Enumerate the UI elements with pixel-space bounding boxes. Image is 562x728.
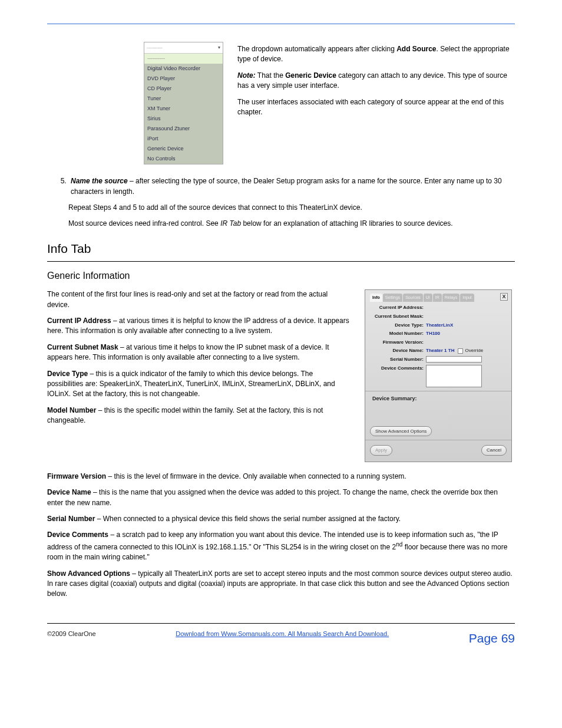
field-body: – this is the level of firmware in the d… bbox=[106, 472, 406, 480]
step-list: Name the source – after selecting the ty… bbox=[68, 176, 515, 197]
footer: ©2009 ClearOne Download from Www.Somanua… bbox=[47, 630, 515, 647]
show-advanced-button[interactable]: Show Advanced Options bbox=[370, 426, 432, 437]
override-label: Override bbox=[465, 347, 483, 354]
field-devtype: Device Type – this is a quick indicator … bbox=[47, 369, 350, 400]
ui-note: The user interfaces associated with each… bbox=[237, 97, 515, 118]
close-icon[interactable]: X bbox=[500, 293, 508, 301]
copyright: ©2009 ClearOne bbox=[47, 630, 96, 647]
field-body: – When connected to a physical device th… bbox=[95, 515, 401, 523]
section-rule bbox=[47, 261, 515, 262]
repeat-p2: Most source devices need infra-red contr… bbox=[68, 219, 515, 229]
serial-label: Serial Number: bbox=[370, 356, 426, 363]
tab-ir[interactable]: IR bbox=[433, 294, 442, 302]
dropdown-item[interactable]: Tuner bbox=[144, 94, 223, 104]
dropdown-item[interactable]: DVD Player bbox=[144, 74, 223, 84]
sup: nd bbox=[396, 541, 402, 548]
field-name: Device Name – this is the name that you … bbox=[47, 487, 515, 508]
devtype-value: TheaterLinX bbox=[426, 322, 453, 329]
info-tab-heading: Info Tab bbox=[47, 240, 515, 258]
dropdown-item[interactable]: CD Player bbox=[144, 84, 223, 94]
fw-label: Firmware Version: bbox=[370, 339, 426, 346]
dialog-tabs: Info Settings Sources UI IR Relays Input bbox=[370, 294, 507, 302]
devname-value: Theater 1 TH bbox=[426, 347, 454, 354]
field-label: Model Number bbox=[47, 406, 96, 414]
comments-input[interactable] bbox=[426, 365, 482, 387]
dropdown-item[interactable]: XM Tuner bbox=[144, 104, 223, 114]
tab-input[interactable]: Input bbox=[460, 294, 474, 302]
field-ip: Current IP Address – at various times it… bbox=[47, 316, 350, 337]
comments-label: Device Comments: bbox=[370, 365, 426, 372]
cancel-button[interactable]: Cancel bbox=[481, 445, 507, 456]
chevron-down-icon[interactable]: ▾ bbox=[218, 44, 220, 51]
field-label: Device Type bbox=[47, 370, 88, 378]
dropdown-selected: ---------- bbox=[147, 44, 163, 51]
text: Generic Device bbox=[285, 71, 336, 80]
tab-relays[interactable]: Relays bbox=[442, 294, 459, 302]
repeat-p1: Repeat Steps 4 and 5 to add all of the s… bbox=[68, 203, 515, 213]
field-label: Current IP Address bbox=[47, 317, 111, 325]
generic-info-heading: Generic Information bbox=[47, 269, 515, 282]
header-rule bbox=[47, 24, 515, 24]
field-label: Firmware Version bbox=[47, 472, 106, 480]
tab-ui[interactable]: UI bbox=[424, 294, 432, 302]
note-label: Note: bbox=[237, 71, 256, 80]
dialog-divider bbox=[365, 391, 511, 391]
field-body: – this is the name that you assigned whe… bbox=[47, 488, 498, 506]
serial-input[interactable] bbox=[426, 356, 482, 363]
tab-info[interactable]: Info bbox=[370, 294, 382, 302]
ir-tab-link: IR Tab bbox=[220, 219, 241, 228]
text: below for an explanation of attaching IR… bbox=[241, 219, 453, 228]
page-number: Page 69 bbox=[469, 630, 515, 647]
devtype-label: Device Type: bbox=[370, 322, 426, 329]
dropdown-item[interactable]: ---------- bbox=[144, 54, 223, 64]
field-label: Serial Number bbox=[47, 515, 95, 523]
device-summary-label: Device Summary: bbox=[372, 395, 507, 403]
dropdown-item[interactable]: Digital Video Recorder bbox=[144, 64, 223, 74]
dropdown-item[interactable]: iPort bbox=[144, 134, 223, 144]
field-subnet: Current Subnet Mask – at various time it… bbox=[47, 342, 350, 363]
note-paragraph: Note: That the Generic Device category c… bbox=[237, 71, 515, 91]
tab-settings[interactable]: Settings bbox=[383, 294, 402, 302]
override-checkbox[interactable] bbox=[458, 348, 463, 354]
field-label: Current Subnet Mask bbox=[47, 343, 118, 351]
generic-info-para: The content of the first four lines is r… bbox=[47, 289, 350, 310]
dialog-divider bbox=[365, 440, 511, 440]
field-fw: Firmware Version – this is the level of … bbox=[47, 472, 515, 482]
info-dialog: X Info Settings Sources UI IR Relays Inp… bbox=[365, 289, 512, 462]
source-type-dropdown[interactable]: ---------- ▾ ---------- Digital Video Re… bbox=[144, 42, 223, 164]
model-value: TH100 bbox=[426, 330, 440, 337]
step-5: Name the source – after selecting the ty… bbox=[68, 176, 515, 197]
field-adv: Show Advanced Options – typically all Th… bbox=[47, 569, 515, 599]
text: That the bbox=[257, 71, 285, 80]
model-label: Model Number: bbox=[370, 330, 426, 337]
field-body: – this is a quick indicator of the famil… bbox=[47, 370, 335, 398]
text: The dropdown automatically appears after… bbox=[237, 45, 395, 53]
step-body: – after selecting the type of source, th… bbox=[71, 177, 502, 195]
add-source-label: Add Source bbox=[396, 45, 436, 53]
apply-button[interactable]: Apply bbox=[370, 445, 392, 456]
field-label: Show Advanced Options bbox=[47, 569, 130, 578]
dropdown-item[interactable]: Parasound Ztuner bbox=[144, 124, 223, 134]
footer-center: Download from Www.Somanuals.com. All Man… bbox=[96, 630, 469, 647]
field-label: Device Name bbox=[47, 488, 91, 496]
field-comments: Device Comments – a scratch pad to keep … bbox=[47, 530, 515, 562]
dropdown-item[interactable]: Generic Device bbox=[144, 144, 223, 154]
subnet-label: Current Subnet Mask: bbox=[370, 313, 426, 320]
field-label: Device Comments bbox=[47, 531, 108, 539]
devname-label: Device Name: bbox=[370, 347, 426, 354]
footer-link[interactable]: Download from Www.Somanuals.com. All Man… bbox=[176, 630, 389, 637]
intro-paragraph: The dropdown automatically appears after… bbox=[237, 44, 515, 65]
ip-label: Current IP Address: bbox=[370, 304, 426, 311]
step-lead: Name the source bbox=[71, 177, 128, 185]
dropdown-item[interactable]: No Controls bbox=[144, 154, 223, 164]
dropdown-row: ---------- ▾ ---------- Digital Video Re… bbox=[47, 42, 515, 164]
tab-sources[interactable]: Sources bbox=[403, 294, 423, 302]
dropdown-item[interactable]: Sirius bbox=[144, 114, 223, 124]
field-model: Model Number – this is the specific mode… bbox=[47, 406, 350, 426]
text: Most source devices need infra-red contr… bbox=[68, 219, 220, 228]
field-serial: Serial Number – When connected to a phys… bbox=[47, 514, 515, 524]
dropdown-list: ---------- Digital Video Recorder DVD Pl… bbox=[144, 54, 223, 164]
footer-rule bbox=[47, 623, 515, 624]
